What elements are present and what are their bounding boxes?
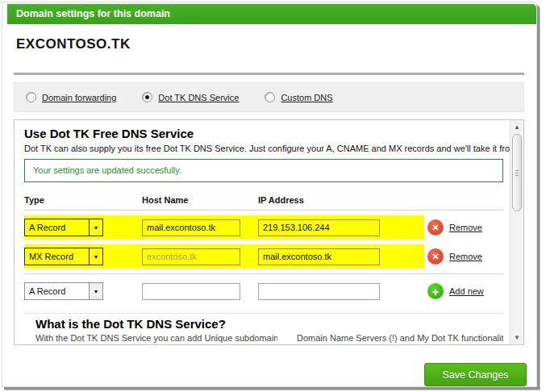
page-title: EXCONTOSO.TK xyxy=(16,36,131,52)
remove-icon[interactable]: ✕ xyxy=(427,219,444,236)
host-name-input[interactable] xyxy=(142,248,240,265)
chevron-down-icon[interactable]: ▼ xyxy=(89,219,102,236)
section-description: Dot TK can also supply you its free Dot … xyxy=(24,143,503,154)
dns-settings-panel: Use Dot TK Free DNS Service Dot TK can a… xyxy=(14,119,524,345)
save-changes-button[interactable]: Save Changes xyxy=(424,363,527,386)
remove-link[interactable]: Remove xyxy=(449,252,482,261)
tab-label[interactable]: Domain forwarding xyxy=(42,93,116,102)
remove-link[interactable]: Remove xyxy=(449,223,482,232)
section-heading: Use Dot TK Free DNS Service xyxy=(24,127,503,141)
remove-icon[interactable]: ✕ xyxy=(427,248,444,265)
info-heading: What is the Dot TK DNS Service? xyxy=(35,317,503,332)
highlighted-row-band: MX Record ▼ xyxy=(24,244,424,269)
info-text-right: Domain Name Servers (!) and My Dot TK fu… xyxy=(297,333,503,344)
info-text-left: With the Dot TK DNS Service you can add … xyxy=(35,333,277,344)
chevron-down-icon[interactable]: ▼ xyxy=(89,283,102,299)
tab-label[interactable]: Custom DNS xyxy=(281,93,332,102)
scrollbar[interactable]: ▲ ▼ xyxy=(510,120,523,344)
record-type-value[interactable]: A Record xyxy=(25,283,89,299)
add-icon[interactable]: + xyxy=(427,283,444,299)
column-header-type: Type xyxy=(24,195,142,205)
ip-address-input[interactable] xyxy=(258,248,380,265)
info-section: What is the Dot TK DNS Service? With the… xyxy=(24,313,503,344)
divider xyxy=(24,210,503,211)
tab-label[interactable]: Dot TK DNS Service xyxy=(158,93,239,102)
table-header-row: Type Host Name IP Address xyxy=(24,194,503,206)
dns-mode-tabbar: Domain forwarding Dot TK DNS Service Cus… xyxy=(14,82,524,112)
tab-domain-forwarding[interactable]: Domain forwarding xyxy=(26,92,116,102)
tab-dottk-dns-service[interactable]: Dot TK DNS Service xyxy=(142,92,239,102)
highlighted-row-band: A Record ▼ xyxy=(24,215,424,240)
scroll-up-button[interactable]: ▲ xyxy=(511,121,523,133)
add-new-link[interactable]: Add new xyxy=(449,286,484,296)
divider xyxy=(24,273,503,274)
scroll-down-button[interactable]: ▼ xyxy=(511,332,523,344)
radio-checked-icon[interactable] xyxy=(142,92,152,102)
info-clipped-text: With the Dot TK DNS Service you can add … xyxy=(35,333,503,344)
success-message: Your settings are updated succesfully. xyxy=(24,159,503,182)
record-type-select[interactable]: MX Record ▼ xyxy=(24,248,103,265)
column-header-host: Host Name xyxy=(142,195,258,205)
scroll-thumb[interactable] xyxy=(512,134,522,211)
row-band: A Record ▼ xyxy=(24,279,424,303)
column-header-ip: IP Address xyxy=(258,195,424,205)
radio-unchecked-icon[interactable] xyxy=(26,92,36,102)
radio-unchecked-icon[interactable] xyxy=(265,92,275,102)
chevron-down-icon[interactable]: ▼ xyxy=(89,248,102,265)
tab-custom-dns[interactable]: Custom DNS xyxy=(265,92,332,102)
domain-settings-dialog: Domain settings for this domain EXCONTOS… xyxy=(2,2,537,387)
record-type-select[interactable]: A Record ▼ xyxy=(24,219,103,236)
separator xyxy=(14,73,524,75)
record-type-select[interactable]: A Record ▼ xyxy=(24,282,103,300)
record-type-value[interactable]: A Record xyxy=(25,219,89,236)
panel-content: Use Dot TK Free DNS Service Dot TK can a… xyxy=(15,120,510,344)
ip-address-input[interactable] xyxy=(258,283,380,300)
host-name-input[interactable] xyxy=(142,283,240,300)
table-row: MX Record ▼ ✕ Remove xyxy=(24,244,503,269)
table-row: A Record ▼ ✕ Remove xyxy=(24,215,503,240)
host-name-input[interactable] xyxy=(142,219,240,236)
ip-address-input[interactable] xyxy=(258,219,380,236)
dialog-title: Domain settings for this domain xyxy=(7,4,536,24)
table-row: A Record ▼ + Add new xyxy=(24,279,503,303)
record-type-value[interactable]: MX Record xyxy=(25,248,89,265)
